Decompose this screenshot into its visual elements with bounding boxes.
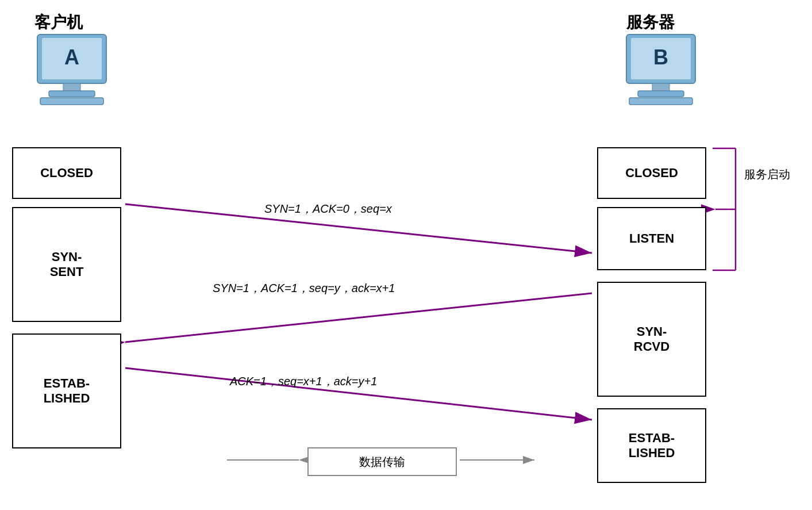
- client-syn-sent-box: SYN-SENT: [12, 207, 121, 322]
- svg-rect-8: [49, 91, 95, 97]
- service-start-label: 服务启动: [744, 167, 790, 182]
- client-computer-icon: A: [32, 29, 112, 109]
- server-computer-icon: B: [621, 29, 701, 109]
- svg-rect-14: [638, 91, 684, 97]
- svg-rect-9: [40, 98, 103, 105]
- data-transfer-box: 数据传输: [307, 447, 457, 476]
- arrow2-label: SYN=1，ACK=1，seq=y，ack=x+1: [213, 281, 395, 296]
- svg-text:B: B: [653, 45, 668, 69]
- server-established-box: ESTAB-LISHED: [597, 408, 706, 483]
- server-closed-box: CLOSED: [597, 147, 706, 199]
- server-syn-rcvd-box: SYN-RCVD: [597, 282, 706, 397]
- arrow2-line: [125, 293, 592, 342]
- server-listen-box: LISTEN: [597, 207, 706, 270]
- svg-rect-15: [629, 98, 692, 105]
- client-established-box: ESTAB-LISHED: [12, 333, 121, 448]
- diagram-container: 客户机 服务器 A B: [0, 0, 812, 510]
- arrow3-label: ACK=1，seq=x+1，ack=y+1: [230, 374, 377, 389]
- client-closed-box: CLOSED: [12, 147, 121, 199]
- svg-text:A: A: [64, 45, 79, 69]
- arrow1-label: SYN=1，ACK=0，seq=x: [264, 201, 392, 217]
